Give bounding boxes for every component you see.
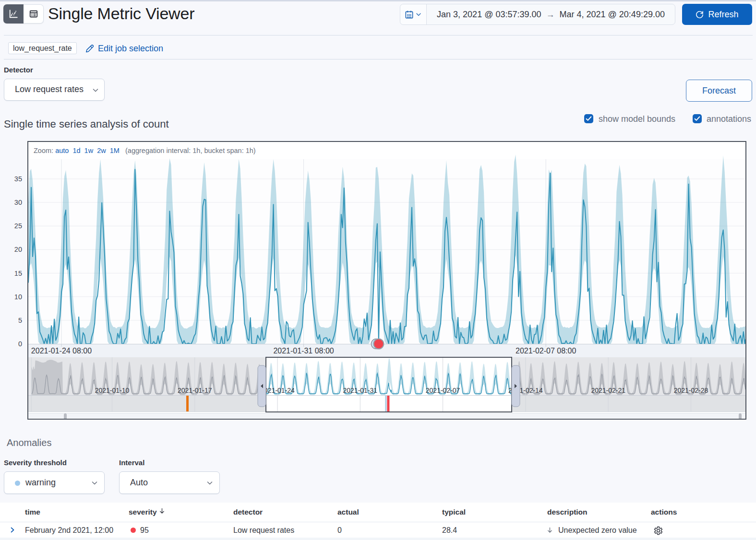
svg-text:2021-01-31 08:00: 2021-01-31 08:00	[273, 347, 334, 355]
svg-text:2021-02-28: 2021-02-28	[674, 387, 708, 394]
svg-text:2021-01-17: 2021-01-17	[178, 387, 212, 394]
svg-text:2021-01-31: 2021-01-31	[343, 387, 377, 394]
svg-text:2021-02-07 08:00: 2021-02-07 08:00	[516, 347, 576, 355]
svg-text:2021-01-24 08:00: 2021-01-24 08:00	[31, 347, 92, 355]
svg-text:Zoom: auto 1d 1w 2w 1M (: Zoom: auto 1d 1w 2w 1M (aggregation inte…	[34, 147, 256, 154]
svg-text:2021-02-21: 2021-02-21	[591, 387, 625, 394]
svg-text:2021-02-07: 2021-02-07	[426, 387, 460, 394]
svg-text:2021-01-10: 2021-01-10	[95, 387, 130, 394]
